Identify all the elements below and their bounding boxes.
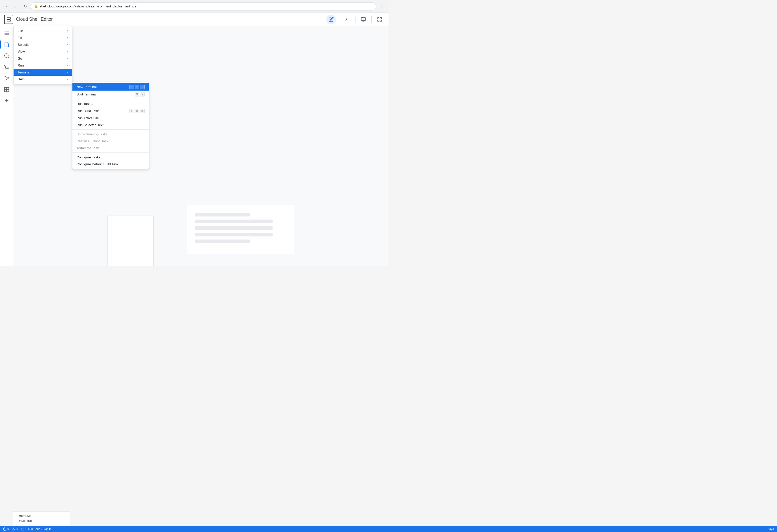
svg-rect-6 [380,17,381,19]
submenu-item-run-build-task[interactable]: Run Build Task... ⇧ ⌘ B [73,107,149,115]
menu-item-file[interactable]: File › [14,27,72,34]
menu-item-help[interactable]: Help › [14,76,72,83]
submenu-item-show-running-tasks: Show Running Tasks... [73,131,149,138]
submenu-item-terminate-task: Terminate Task... [73,144,149,151]
forward-button[interactable]: › [12,3,19,10]
grid-button[interactable] [375,15,384,24]
submenu-label-run-selected-text: Run Selected Text [77,123,103,127]
terminal-button[interactable] [342,15,352,24]
svg-rect-7 [380,20,381,21]
activity-gemini[interactable]: ✦ [2,96,12,106]
kbd-cmd2: ⌘ [135,109,139,113]
menu-item-go-label: Go [18,57,67,61]
menu-item-help-label: Help [18,77,67,81]
submenu-label-run-task: Run Task... [77,102,93,106]
kbd-backslash: \ [140,92,144,97]
menu-item-run-label: Run [18,64,67,67]
menu-item-view[interactable]: View › [14,48,72,55]
submenu-label-run-build-task: Run Build Task... [77,109,101,113]
menu-arrow: › [67,78,68,81]
header-divider-2 [355,16,355,22]
header-divider [339,16,339,22]
activity-bar: ✦ ··· [0,26,13,266]
menu-arrow-active: › [67,71,68,74]
submenu-item-configure-tasks[interactable]: Configure Tasks... [73,154,149,161]
submenu-label-terminate-task: Terminate Task... [77,146,102,150]
kbd-shift: ⇧ [135,85,139,89]
kbd-backtick: ` [140,85,144,89]
placeholder-3 [195,226,272,230]
shortcut-split-terminal: ⌘ \ [135,92,144,97]
browser-chrome: ‹ › ↻ 🔒 shell.cloud.google.com/?show=ide… [0,0,388,13]
kbd-shift2: ⇧ [129,109,134,113]
menu-item-edit-label: Edit [18,36,67,40]
menu-item-go[interactable]: Go › [14,55,72,62]
activity-more[interactable]: ··· [2,107,12,117]
svg-rect-20 [7,88,8,89]
submenu-separator-3 [73,152,149,153]
activity-menu[interactable] [2,28,12,38]
menu-item-terminal-label: Terminal [18,70,67,74]
menu-arrow: › [67,57,68,60]
main-layout: ✦ ··· File › Edit › Selection [0,26,388,266]
shortcut-new-terminal: ⌃ ⇧ ` [129,85,144,89]
menu-arrow: › [67,29,68,32]
activity-explorer[interactable] [2,39,12,49]
menu-item-file-label: File [18,29,67,33]
url-text: shell.cloud.google.com/?show=ide&environ… [40,4,136,8]
address-bar[interactable]: 🔒 shell.cloud.google.com/?show=ide&envir… [31,2,376,10]
submenu-item-split-terminal[interactable]: Split Terminal ⌘ \ [73,91,149,98]
svg-rect-2 [361,17,366,20]
activity-run[interactable] [2,73,12,83]
submenu-item-configure-default-build-task[interactable]: Configure Default Build Task... [73,161,149,168]
menu-item-selection-label: Selection [18,43,67,46]
activity-source-control[interactable] [2,62,12,72]
placeholder-1 [195,213,250,216]
back-button[interactable]: ‹ [3,3,10,10]
kbd-cmd: ⌘ [135,92,139,97]
activity-extensions[interactable] [2,85,12,95]
menu-item-selection[interactable]: Selection › [14,41,72,48]
menu-item-edit[interactable]: Edit › [14,34,72,41]
submenu-label-restart-running-task: Restart Running Task... [77,139,111,143]
kbd-b: B [140,109,144,113]
svg-rect-8 [378,20,379,21]
submenu-separator-2 [73,129,149,130]
submenu-label-configure-default-build-task: Configure Default Build Task... [77,162,121,166]
submenu-item-new-terminal[interactable]: New Terminal ⌃ ⇧ ` [73,83,149,91]
submenu-separator-1 [73,99,149,99]
menu-item-terminal[interactable]: Terminal › [14,69,72,76]
primary-menu: File › Edit › Selection › View › Go › Ru… [13,26,72,84]
logo-icon [4,15,13,24]
svg-rect-21 [7,90,8,92]
submenu-item-run-task[interactable]: Run Task... [73,100,149,107]
menu-arrow: › [67,43,68,46]
menu-arrow: › [67,64,68,67]
submenu-label-new-terminal: New Terminal [77,85,97,89]
activity-search[interactable] [2,51,12,61]
app-title: Cloud Shell Editor [16,17,53,22]
svg-line-13 [8,57,9,58]
svg-point-15 [4,65,6,67]
welcome-panel [187,205,294,254]
submenu-item-run-active-file[interactable]: Run Active File [73,115,149,122]
svg-rect-19 [4,88,6,89]
submenu-item-run-selected-text[interactable]: Run Selected Text [73,122,149,128]
placeholder-5 [195,239,250,243]
svg-rect-22 [4,90,6,92]
svg-rect-5 [378,17,379,19]
menu-arrow: › [67,50,68,53]
screen-button[interactable] [358,15,368,24]
edit-button[interactable] [326,15,336,24]
menu-item-run[interactable]: Run › [14,62,72,69]
more-options-button[interactable]: ⋮ [378,3,385,10]
refresh-button[interactable]: ↻ [21,3,29,10]
placeholder-2 [195,220,272,223]
app-logo: Cloud Shell Editor [4,15,53,24]
app-header: Cloud Shell Editor [0,13,388,26]
lock-icon: 🔒 [34,4,38,8]
menu-item-view-label: View [18,49,67,54]
terminal-submenu: New Terminal ⌃ ⇧ ` Split Terminal ⌘ \ Ru… [72,82,149,169]
svg-point-14 [7,68,9,69]
submenu-item-restart-running-task: Restart Running Task... [73,138,149,144]
